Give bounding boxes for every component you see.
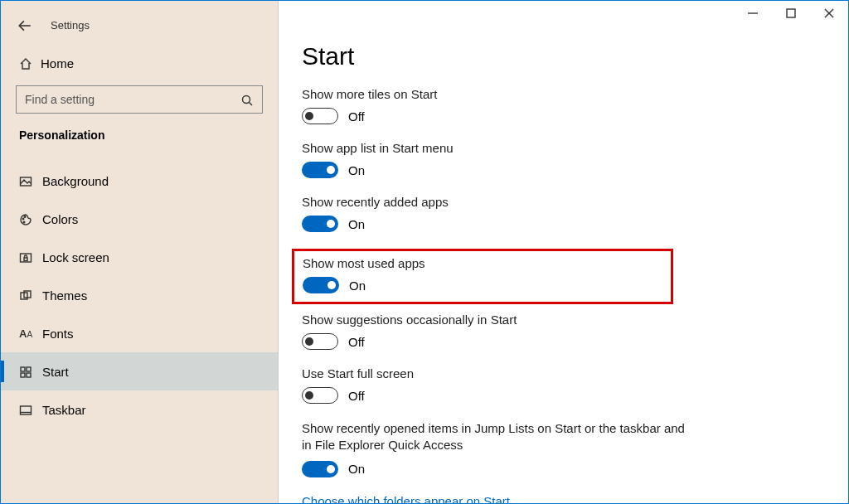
setting-label: Show more tiles on Start bbox=[302, 87, 823, 101]
svg-line-6 bbox=[250, 102, 253, 105]
setting-show-recent-jumplists: Show recently opened items in Jump Lists… bbox=[302, 420, 823, 477]
toggle-show-app-list[interactable] bbox=[302, 162, 338, 178]
toggle-state: Off bbox=[348, 335, 365, 349]
toggle-use-fullscreen[interactable] bbox=[302, 387, 338, 404]
fonts-icon: AA bbox=[19, 327, 42, 340]
svg-rect-12 bbox=[24, 258, 27, 261]
home-label: Home bbox=[41, 56, 74, 70]
toggle-state: On bbox=[348, 217, 365, 231]
sidebar-item-label: Lock screen bbox=[42, 250, 109, 264]
setting-label: Use Start full screen bbox=[302, 366, 823, 380]
main-content: Start Show more tiles on Start Off Show … bbox=[279, 1, 848, 503]
toggle-show-recent-jumplists[interactable] bbox=[302, 461, 338, 477]
sidebar-item-fonts[interactable]: AA Fonts bbox=[1, 314, 278, 352]
setting-show-most-used: Show most used apps On bbox=[292, 249, 673, 304]
toggle-show-suggestions[interactable] bbox=[302, 333, 338, 350]
minimize-button[interactable] bbox=[734, 1, 772, 26]
close-button[interactable] bbox=[810, 1, 848, 26]
page-title: Start bbox=[302, 42, 823, 70]
themes-icon bbox=[19, 288, 42, 303]
svg-rect-16 bbox=[27, 367, 31, 371]
svg-point-10 bbox=[23, 221, 25, 223]
section-title: Personalization bbox=[1, 122, 278, 153]
setting-label: Show app list in Start menu bbox=[302, 141, 823, 155]
svg-rect-15 bbox=[21, 367, 25, 371]
sidebar-item-background[interactable]: Background bbox=[1, 162, 278, 200]
setting-label: Show recently opened items in Jump Lists… bbox=[302, 420, 691, 454]
toggle-show-recently-added[interactable] bbox=[302, 216, 338, 232]
svg-point-5 bbox=[243, 95, 250, 103]
sidebar-item-colors[interactable]: Colors bbox=[1, 200, 278, 238]
taskbar-icon bbox=[19, 402, 42, 417]
setting-show-more-tiles: Show more tiles on Start Off bbox=[302, 87, 823, 124]
setting-label: Show most used apps bbox=[303, 256, 662, 270]
svg-rect-18 bbox=[27, 373, 31, 377]
toggle-state: On bbox=[348, 163, 365, 177]
sidebar-item-home[interactable]: Home bbox=[1, 47, 278, 79]
app-title: Settings bbox=[51, 19, 90, 32]
colors-icon bbox=[19, 211, 42, 226]
start-icon bbox=[19, 364, 42, 379]
sidebar-item-label: Fonts bbox=[42, 327, 74, 341]
toggle-state: Off bbox=[348, 109, 365, 124]
sidebar-item-label: Background bbox=[42, 174, 109, 188]
search-icon bbox=[240, 92, 254, 107]
setting-use-fullscreen: Use Start full screen Off bbox=[302, 366, 823, 404]
sidebar-item-themes[interactable]: Themes bbox=[1, 276, 278, 314]
sidebar-item-label: Taskbar bbox=[42, 403, 86, 417]
svg-point-9 bbox=[24, 216, 26, 218]
setting-show-suggestions: Show suggestions occasionally in Start O… bbox=[302, 313, 823, 350]
setting-show-recently-added: Show recently added apps On bbox=[302, 195, 823, 232]
svg-rect-19 bbox=[21, 406, 32, 414]
toggle-show-more-tiles[interactable] bbox=[302, 108, 338, 124]
sidebar-item-start[interactable]: Start bbox=[1, 352, 278, 390]
link-choose-folders[interactable]: Choose which folders appear on Start bbox=[302, 494, 823, 504]
lockscreen-icon bbox=[19, 250, 42, 264]
setting-label: Show recently added apps bbox=[302, 195, 823, 209]
maximize-button[interactable] bbox=[772, 1, 810, 26]
search-input[interactable] bbox=[25, 93, 240, 106]
svg-point-8 bbox=[22, 218, 24, 220]
sidebar-item-label: Themes bbox=[42, 288, 87, 303]
toggle-state: On bbox=[348, 462, 365, 476]
sidebar-item-label: Start bbox=[42, 365, 69, 379]
svg-rect-17 bbox=[21, 373, 25, 377]
setting-label: Show suggestions occasionally in Start bbox=[302, 313, 823, 327]
toggle-state: Off bbox=[348, 389, 365, 403]
sidebar: Settings Home Personalization Backgro bbox=[1, 1, 279, 503]
search-input-wrap[interactable] bbox=[16, 85, 263, 114]
back-button[interactable] bbox=[17, 17, 32, 34]
sidebar-item-label: Colors bbox=[42, 212, 78, 226]
toggle-show-most-used[interactable] bbox=[303, 277, 339, 293]
sidebar-item-lockscreen[interactable]: Lock screen bbox=[1, 238, 278, 276]
sidebar-item-taskbar[interactable]: Taskbar bbox=[1, 390, 278, 429]
background-icon bbox=[19, 173, 42, 188]
setting-show-app-list: Show app list in Start menu On bbox=[302, 141, 823, 178]
svg-rect-1 bbox=[787, 9, 795, 17]
home-icon bbox=[19, 56, 41, 70]
toggle-state: On bbox=[349, 279, 366, 293]
